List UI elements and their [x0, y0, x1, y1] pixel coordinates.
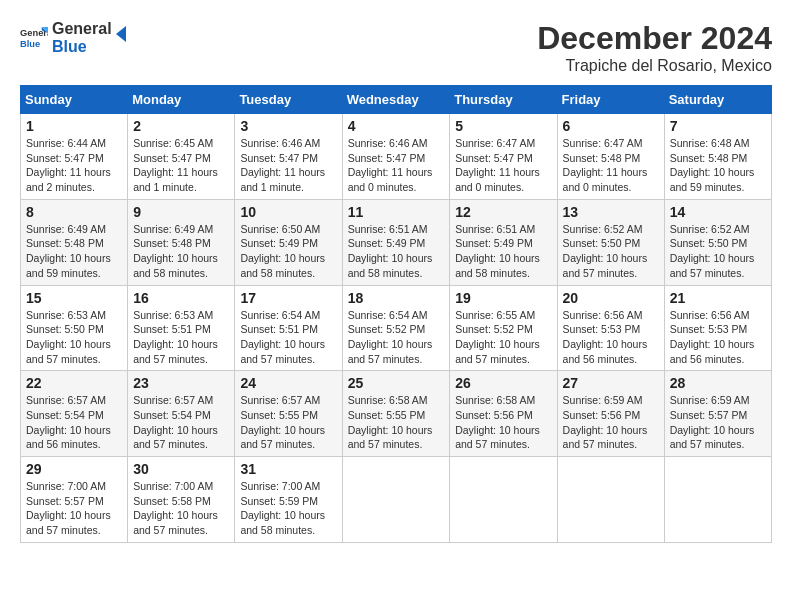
day-number: 28: [670, 375, 766, 391]
cell-info: Sunrise: 6:59 AMSunset: 5:57 PMDaylight:…: [670, 394, 755, 450]
logo-icon: General Blue: [20, 24, 48, 52]
day-number: 4: [348, 118, 445, 134]
cell-4-3: 24 Sunrise: 6:57 AMSunset: 5:55 PMDaylig…: [235, 371, 342, 457]
week-row-2: 8 Sunrise: 6:49 AMSunset: 5:48 PMDayligh…: [21, 199, 772, 285]
cell-2-7: 14 Sunrise: 6:52 AMSunset: 5:50 PMDaylig…: [664, 199, 771, 285]
day-number: 31: [240, 461, 336, 477]
day-number: 3: [240, 118, 336, 134]
day-number: 23: [133, 375, 229, 391]
cell-info: Sunrise: 6:56 AMSunset: 5:53 PMDaylight:…: [563, 309, 648, 365]
cell-3-6: 20 Sunrise: 6:56 AMSunset: 5:53 PMDaylig…: [557, 285, 664, 371]
cell-1-1: 1 Sunrise: 6:44 AMSunset: 5:47 PMDayligh…: [21, 114, 128, 200]
cell-info: Sunrise: 6:59 AMSunset: 5:56 PMDaylight:…: [563, 394, 648, 450]
logo-blue: Blue: [52, 38, 112, 56]
logo: General Blue General Blue: [20, 20, 132, 55]
cell-3-7: 21 Sunrise: 6:56 AMSunset: 5:53 PMDaylig…: [664, 285, 771, 371]
cell-info: Sunrise: 6:54 AMSunset: 5:51 PMDaylight:…: [240, 309, 325, 365]
cell-4-2: 23 Sunrise: 6:57 AMSunset: 5:54 PMDaylig…: [128, 371, 235, 457]
cell-info: Sunrise: 7:00 AMSunset: 5:57 PMDaylight:…: [26, 480, 111, 536]
cell-3-3: 17 Sunrise: 6:54 AMSunset: 5:51 PMDaylig…: [235, 285, 342, 371]
header-wednesday: Wednesday: [342, 86, 450, 114]
cell-2-3: 10 Sunrise: 6:50 AMSunset: 5:49 PMDaylig…: [235, 199, 342, 285]
day-number: 15: [26, 290, 122, 306]
cell-info: Sunrise: 6:52 AMSunset: 5:50 PMDaylight:…: [670, 223, 755, 279]
cell-info: Sunrise: 7:00 AMSunset: 5:59 PMDaylight:…: [240, 480, 325, 536]
cell-5-7: [664, 457, 771, 543]
day-number: 16: [133, 290, 229, 306]
cell-2-5: 12 Sunrise: 6:51 AMSunset: 5:49 PMDaylig…: [450, 199, 557, 285]
day-number: 26: [455, 375, 551, 391]
day-number: 7: [670, 118, 766, 134]
day-number: 13: [563, 204, 659, 220]
cell-4-4: 25 Sunrise: 6:58 AMSunset: 5:55 PMDaylig…: [342, 371, 450, 457]
cell-info: Sunrise: 6:47 AMSunset: 5:47 PMDaylight:…: [455, 137, 540, 193]
month-title: December 2024: [537, 20, 772, 57]
cell-1-5: 5 Sunrise: 6:47 AMSunset: 5:47 PMDayligh…: [450, 114, 557, 200]
cell-info: Sunrise: 6:53 AMSunset: 5:51 PMDaylight:…: [133, 309, 218, 365]
cell-info: Sunrise: 6:46 AMSunset: 5:47 PMDaylight:…: [348, 137, 433, 193]
logo-general: General: [52, 20, 112, 38]
cell-info: Sunrise: 6:47 AMSunset: 5:48 PMDaylight:…: [563, 137, 648, 193]
day-number: 19: [455, 290, 551, 306]
cell-info: Sunrise: 6:54 AMSunset: 5:52 PMDaylight:…: [348, 309, 433, 365]
location: Trapiche del Rosario, Mexico: [537, 57, 772, 75]
cell-3-2: 16 Sunrise: 6:53 AMSunset: 5:51 PMDaylig…: [128, 285, 235, 371]
cell-info: Sunrise: 6:55 AMSunset: 5:52 PMDaylight:…: [455, 309, 540, 365]
day-number: 11: [348, 204, 445, 220]
day-number: 14: [670, 204, 766, 220]
cell-info: Sunrise: 6:46 AMSunset: 5:47 PMDaylight:…: [240, 137, 325, 193]
header-saturday: Saturday: [664, 86, 771, 114]
cell-1-7: 7 Sunrise: 6:48 AMSunset: 5:48 PMDayligh…: [664, 114, 771, 200]
day-number: 9: [133, 204, 229, 220]
cell-1-2: 2 Sunrise: 6:45 AMSunset: 5:47 PMDayligh…: [128, 114, 235, 200]
cell-5-1: 29 Sunrise: 7:00 AMSunset: 5:57 PMDaylig…: [21, 457, 128, 543]
logo-arrow-icon: [112, 24, 132, 44]
day-number: 22: [26, 375, 122, 391]
cell-info: Sunrise: 6:49 AMSunset: 5:48 PMDaylight:…: [26, 223, 111, 279]
day-number: 20: [563, 290, 659, 306]
day-number: 24: [240, 375, 336, 391]
calendar-table: SundayMondayTuesdayWednesdayThursdayFrid…: [20, 85, 772, 543]
cell-2-6: 13 Sunrise: 6:52 AMSunset: 5:50 PMDaylig…: [557, 199, 664, 285]
cell-info: Sunrise: 6:44 AMSunset: 5:47 PMDaylight:…: [26, 137, 111, 193]
day-number: 18: [348, 290, 445, 306]
day-number: 8: [26, 204, 122, 220]
cell-4-6: 27 Sunrise: 6:59 AMSunset: 5:56 PMDaylig…: [557, 371, 664, 457]
header-friday: Friday: [557, 86, 664, 114]
cell-info: Sunrise: 6:56 AMSunset: 5:53 PMDaylight:…: [670, 309, 755, 365]
week-row-5: 29 Sunrise: 7:00 AMSunset: 5:57 PMDaylig…: [21, 457, 772, 543]
week-row-1: 1 Sunrise: 6:44 AMSunset: 5:47 PMDayligh…: [21, 114, 772, 200]
svg-marker-4: [116, 26, 126, 42]
header-row: SundayMondayTuesdayWednesdayThursdayFrid…: [21, 86, 772, 114]
cell-4-5: 26 Sunrise: 6:58 AMSunset: 5:56 PMDaylig…: [450, 371, 557, 457]
svg-text:Blue: Blue: [20, 39, 40, 49]
cell-2-1: 8 Sunrise: 6:49 AMSunset: 5:48 PMDayligh…: [21, 199, 128, 285]
day-number: 6: [563, 118, 659, 134]
cell-1-6: 6 Sunrise: 6:47 AMSunset: 5:48 PMDayligh…: [557, 114, 664, 200]
cell-info: Sunrise: 6:50 AMSunset: 5:49 PMDaylight:…: [240, 223, 325, 279]
week-row-3: 15 Sunrise: 6:53 AMSunset: 5:50 PMDaylig…: [21, 285, 772, 371]
cell-info: Sunrise: 6:52 AMSunset: 5:50 PMDaylight:…: [563, 223, 648, 279]
cell-5-3: 31 Sunrise: 7:00 AMSunset: 5:59 PMDaylig…: [235, 457, 342, 543]
cell-info: Sunrise: 6:51 AMSunset: 5:49 PMDaylight:…: [348, 223, 433, 279]
cell-3-1: 15 Sunrise: 6:53 AMSunset: 5:50 PMDaylig…: [21, 285, 128, 371]
cell-3-4: 18 Sunrise: 6:54 AMSunset: 5:52 PMDaylig…: [342, 285, 450, 371]
day-number: 5: [455, 118, 551, 134]
day-number: 10: [240, 204, 336, 220]
cell-info: Sunrise: 6:51 AMSunset: 5:49 PMDaylight:…: [455, 223, 540, 279]
cell-5-4: [342, 457, 450, 543]
page-header: General Blue General Blue December 2024 …: [20, 20, 772, 75]
cell-1-4: 4 Sunrise: 6:46 AMSunset: 5:47 PMDayligh…: [342, 114, 450, 200]
day-number: 29: [26, 461, 122, 477]
cell-info: Sunrise: 7:00 AMSunset: 5:58 PMDaylight:…: [133, 480, 218, 536]
cell-info: Sunrise: 6:58 AMSunset: 5:55 PMDaylight:…: [348, 394, 433, 450]
header-monday: Monday: [128, 86, 235, 114]
cell-info: Sunrise: 6:57 AMSunset: 5:54 PMDaylight:…: [26, 394, 111, 450]
header-thursday: Thursday: [450, 86, 557, 114]
day-number: 1: [26, 118, 122, 134]
cell-2-2: 9 Sunrise: 6:49 AMSunset: 5:48 PMDayligh…: [128, 199, 235, 285]
cell-info: Sunrise: 6:48 AMSunset: 5:48 PMDaylight:…: [670, 137, 755, 193]
cell-1-3: 3 Sunrise: 6:46 AMSunset: 5:47 PMDayligh…: [235, 114, 342, 200]
day-number: 30: [133, 461, 229, 477]
cell-info: Sunrise: 6:49 AMSunset: 5:48 PMDaylight:…: [133, 223, 218, 279]
